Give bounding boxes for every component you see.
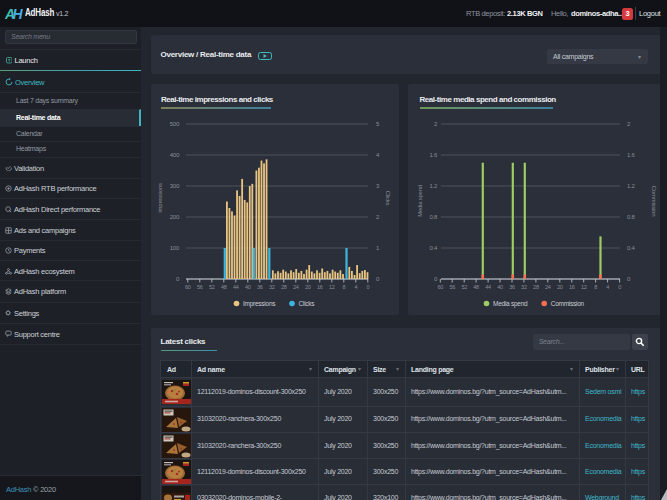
svg-text:0: 0 — [627, 276, 631, 282]
svg-text:Clicks: Clicks — [385, 191, 391, 206]
svg-text:40: 40 — [245, 284, 251, 290]
svg-text:52: 52 — [209, 284, 215, 290]
svg-text:48: 48 — [221, 284, 227, 290]
svg-text:2: 2 — [376, 214, 380, 220]
svg-text:1.2: 1.2 — [627, 183, 636, 189]
svg-text:60: 60 — [437, 284, 443, 290]
svg-text:44: 44 — [485, 284, 491, 290]
svg-text:56: 56 — [449, 284, 455, 290]
svg-text:0: 0 — [376, 276, 380, 282]
svg-text:40: 40 — [497, 284, 503, 290]
svg-text:Commission: Commission — [651, 186, 657, 217]
svg-text:20: 20 — [305, 284, 311, 290]
svg-text:24: 24 — [545, 284, 551, 290]
svg-text:8: 8 — [594, 284, 597, 290]
svg-text:20: 20 — [557, 284, 563, 290]
svg-text:Media spend: Media spend — [493, 300, 528, 308]
svg-text:0: 0 — [366, 284, 369, 290]
svg-text:32: 32 — [521, 284, 527, 290]
svg-text:36: 36 — [509, 284, 515, 290]
svg-text:400: 400 — [170, 152, 180, 158]
svg-text:12: 12 — [581, 284, 587, 290]
svg-text:0.8: 0.8 — [429, 214, 438, 220]
svg-text:48: 48 — [473, 284, 479, 290]
svg-text:0.4: 0.4 — [627, 245, 636, 251]
svg-text:32: 32 — [269, 284, 275, 290]
svg-text:100: 100 — [170, 245, 180, 251]
svg-text:0: 0 — [434, 276, 438, 282]
svg-text:0: 0 — [176, 276, 180, 282]
svg-text:2: 2 — [627, 121, 631, 127]
svg-text:16: 16 — [317, 284, 323, 290]
svg-text:4: 4 — [376, 152, 380, 158]
svg-text:28: 28 — [533, 284, 539, 290]
svg-text:0: 0 — [618, 284, 621, 290]
svg-text:0.8: 0.8 — [627, 214, 636, 220]
svg-text:Impressions: Impressions — [243, 300, 276, 308]
svg-text:44: 44 — [233, 284, 239, 290]
svg-text:4: 4 — [354, 284, 357, 290]
svg-text:Clicks: Clicks — [299, 300, 316, 307]
svg-text:1.6: 1.6 — [429, 152, 438, 158]
svg-text:Commission: Commission — [551, 300, 585, 307]
svg-text:12: 12 — [329, 284, 335, 290]
svg-text:8: 8 — [342, 284, 345, 290]
svg-text:28: 28 — [281, 284, 287, 290]
svg-text:4: 4 — [606, 284, 609, 290]
svg-text:3: 3 — [376, 183, 380, 189]
svg-text:0.4: 0.4 — [429, 245, 438, 251]
svg-text:36: 36 — [257, 284, 263, 290]
svg-text:300: 300 — [170, 183, 180, 189]
svg-text:H: H — [13, 6, 24, 22]
svg-text:500: 500 — [170, 121, 180, 127]
svg-text:Impressions: Impressions — [157, 183, 163, 213]
svg-text:1: 1 — [376, 245, 380, 251]
svg-text:16: 16 — [569, 284, 575, 290]
svg-text:56: 56 — [197, 284, 203, 290]
svg-text:5: 5 — [376, 121, 380, 127]
svg-text:2: 2 — [434, 121, 438, 127]
svg-text:52: 52 — [461, 284, 467, 290]
svg-text:1.6: 1.6 — [627, 152, 636, 158]
svg-text:Media spend: Media spend — [417, 185, 423, 217]
svg-text:24: 24 — [293, 284, 299, 290]
svg-text:60: 60 — [185, 284, 191, 290]
svg-text:1.2: 1.2 — [429, 183, 438, 189]
svg-text:200: 200 — [170, 214, 180, 220]
